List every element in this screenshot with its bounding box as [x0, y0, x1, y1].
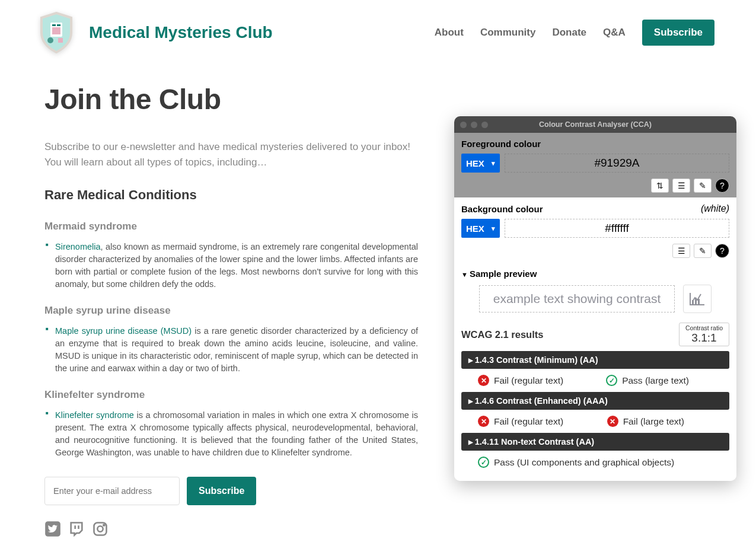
result-text: Fail (large text) — [623, 416, 684, 427]
signup-row: Subscribe — [44, 477, 418, 505]
result-text: Pass (large text) — [622, 375, 689, 386]
condition-text: , also known as mermaid syndrome, is an … — [55, 242, 418, 289]
subscribe-button[interactable]: Subscribe — [642, 20, 714, 46]
svg-rect-2 — [57, 24, 60, 26]
cca-window-title: Colour Contrast Analyser (CCA) — [454, 120, 736, 129]
condition-link[interactable]: Maple syrup urine disease (MSUD) — [55, 326, 192, 336]
result-text: Fail (regular text) — [494, 416, 563, 427]
twitter-icon[interactable] — [44, 521, 61, 537]
result-item: ✓Pass (large text) — [606, 375, 689, 386]
background-label: Background colour — [461, 204, 543, 214]
logo-shield-icon — [39, 12, 74, 53]
svg-rect-12 — [698, 299, 700, 304]
white-note: (white) — [701, 203, 729, 214]
fail-icon: ✕ — [478, 375, 489, 386]
section-heading: Rare Medical Conditions — [44, 187, 418, 203]
nav: About Community Donate Q&A Subscribe — [435, 20, 714, 46]
bg-color-input[interactable] — [505, 219, 729, 238]
intro-text: Subscribe to our e-newsletter and have m… — [44, 139, 418, 170]
criterion-toggle[interactable]: 1.4.11 Non-text Contrast (AA) — [461, 433, 729, 451]
nav-donate[interactable]: Donate — [552, 27, 586, 39]
page-title: Join the Club — [44, 83, 418, 116]
preview-section: Sample preview example text showing cont… — [454, 263, 736, 319]
fg-color-input[interactable] — [505, 154, 729, 173]
preview-text: example text showing contrast — [479, 285, 675, 312]
cca-titlebar[interactable]: Colour Contrast Analyser (CCA) — [454, 116, 736, 133]
criterion-toggle[interactable]: 1.4.6 Contrast (Enhanced) (AAA) — [461, 392, 729, 410]
svg-point-4 — [47, 37, 53, 43]
criterion-toggle[interactable]: 1.4.3 Contrast (Minimum) (AA) — [461, 351, 729, 369]
help-icon[interactable]: ? — [715, 178, 729, 193]
chart-icon[interactable] — [683, 285, 712, 313]
condition-link[interactable]: Klinefelter syndrome — [55, 410, 134, 420]
subscribe-form-button[interactable]: Subscribe — [187, 477, 256, 505]
results-section: WCAG 2.1 results Contrast ratio 3.1:1 1.… — [454, 319, 736, 481]
condition-link[interactable]: Sirenomelia — [55, 242, 101, 251]
social-row — [44, 521, 418, 537]
svg-point-8 — [97, 527, 103, 532]
nav-qa[interactable]: Q&A — [603, 27, 626, 39]
nav-community[interactable]: Community — [480, 27, 536, 39]
sliders-icon[interactable]: ☰ — [672, 244, 690, 258]
foreground-section: Foreground colour HEX ⇅ ☰ ✎ ? — [454, 133, 736, 197]
eyedropper-icon[interactable]: ✎ — [694, 244, 712, 258]
help-icon[interactable]: ? — [715, 244, 729, 258]
preview-toggle[interactable]: Sample preview — [461, 269, 729, 279]
bg-format-select[interactable]: HEX — [461, 219, 500, 238]
svg-rect-3 — [52, 27, 60, 34]
email-field[interactable] — [44, 477, 180, 505]
condition-block: Mermaid syndrome Sirenomelia, also known… — [44, 221, 418, 291]
instagram-icon[interactable] — [92, 521, 109, 537]
condition-name: Maple syrup urine disease — [44, 305, 418, 317]
list-item: Maple syrup urine disease (MSUD) is a ra… — [55, 325, 418, 375]
svg-point-9 — [103, 525, 104, 526]
svg-rect-1 — [52, 24, 56, 26]
result-item: ✓Pass (UI components and graphical objec… — [478, 457, 674, 468]
list-item: Sirenomelia, also known as mermaid syndr… — [55, 241, 418, 291]
svg-rect-5 — [58, 38, 63, 43]
svg-rect-11 — [695, 298, 697, 304]
ratio-value: 3.1:1 — [691, 331, 716, 344]
svg-rect-10 — [692, 300, 694, 304]
pass-icon: ✓ — [606, 375, 617, 386]
fail-icon: ✕ — [478, 416, 489, 427]
main-content: Join the Club Subscribe to our e-newslet… — [0, 59, 462, 539]
contrast-ratio-box: Contrast ratio 3.1:1 — [679, 323, 729, 346]
ratio-label: Contrast ratio — [685, 324, 723, 331]
cca-window: Colour Contrast Analyser (CCA) Foregroun… — [454, 116, 736, 481]
result-text: Fail (regular text) — [494, 375, 563, 386]
header: Medical Mysteries Club About Community D… — [0, 0, 756, 59]
swap-icon[interactable]: ⇅ — [651, 178, 669, 193]
brand: Medical Mysteries Club — [39, 12, 273, 53]
result-text: Pass (UI components and graphical object… — [494, 457, 674, 468]
background-section: Background colour (white) HEX ☰ ✎ ? — [454, 197, 736, 263]
result-item: ✕Fail (regular text) — [478, 375, 563, 386]
foreground-label: Foreground colour — [461, 139, 729, 149]
results-title: WCAG 2.1 results — [461, 329, 543, 340]
nav-about[interactable]: About — [435, 27, 464, 39]
condition-block: Maple syrup urine disease Maple syrup ur… — [44, 305, 418, 375]
result-item: ✕Fail (large text) — [607, 416, 684, 427]
condition-name: Klinefelter syndrome — [44, 389, 418, 401]
condition-name: Mermaid syndrome — [44, 221, 418, 232]
list-item: Klinefelter syndrome is a chromosomal va… — [55, 409, 418, 459]
pass-icon: ✓ — [478, 457, 489, 468]
fail-icon: ✕ — [607, 416, 618, 427]
condition-block: Klinefelter syndrome Klinefelter syndrom… — [44, 389, 418, 459]
sliders-icon[interactable]: ☰ — [672, 178, 690, 193]
fg-format-select[interactable]: HEX — [461, 154, 500, 173]
result-item: ✕Fail (regular text) — [478, 416, 563, 427]
site-title: Medical Mysteries Club — [89, 23, 273, 42]
eyedropper-icon[interactable]: ✎ — [694, 178, 712, 193]
twitch-icon[interactable] — [68, 521, 85, 537]
